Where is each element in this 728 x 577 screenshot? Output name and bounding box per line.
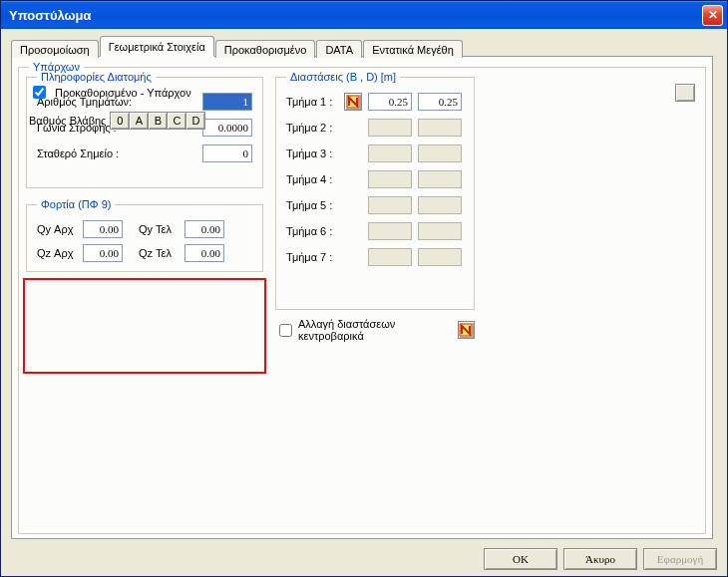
grade-btn-A[interactable]: A bbox=[129, 112, 149, 130]
dim-d-input bbox=[418, 222, 462, 240]
dim-row-label: Τμήμα 1 : bbox=[286, 96, 338, 108]
tab-geometry-body: Πληροφορίες Διατομής Αριθμός Τμημάτων: Γ… bbox=[11, 56, 713, 539]
dim-d-input bbox=[418, 119, 462, 137]
dim-row-label: Τμήμα 6 : bbox=[286, 225, 338, 237]
damage-grade-buttons: 0 A B C D bbox=[110, 112, 205, 130]
dim-b-input bbox=[368, 170, 412, 188]
ok-button[interactable]: OK bbox=[484, 548, 557, 570]
tab-default[interactable]: Προκαθορισμένο bbox=[215, 40, 316, 58]
dim-row-label: Τμήμα 5 : bbox=[286, 199, 338, 211]
n-icon bbox=[459, 323, 473, 337]
dim-b-input bbox=[368, 119, 412, 137]
dim-row-label: Τμήμα 4 : bbox=[286, 173, 338, 185]
dim-b-input[interactable] bbox=[368, 93, 412, 111]
centro-n-button[interactable] bbox=[458, 321, 475, 339]
group-dimensions: Διαστάσεις (B , D) [m] Τμήμα 1 :Τμήμα 2 … bbox=[275, 71, 475, 310]
dimension-rows: Τμήμα 1 :Τμήμα 2 :Τμήμα 3 :Τμήμα 4 :Τμήμ… bbox=[286, 93, 464, 266]
dim-row: Τμήμα 3 : bbox=[286, 144, 464, 162]
dim-b-input bbox=[368, 196, 412, 214]
dim-b-input bbox=[368, 248, 412, 266]
tab-data[interactable]: DATA bbox=[316, 40, 362, 58]
close-icon: ✕ bbox=[708, 8, 718, 22]
dim-row: Τμήμα 6 : bbox=[286, 222, 464, 240]
client-area: Προσομοίωση Γεωμετρικά Στοιχεία Προκαθορ… bbox=[1, 29, 727, 576]
dialog-window: Υποστύλωμα ✕ Προσομοίωση Γεωμετρικά Στοι… bbox=[0, 0, 728, 577]
centro-row: Αλλαγή διαστάσεων κεντροβαρικά bbox=[275, 318, 475, 342]
existing-default-label: Προκαθορισμένο - Υπάρχον bbox=[55, 87, 191, 99]
damage-grade-label: Βαθμός Βλάβης bbox=[29, 115, 106, 127]
dim-d-input bbox=[418, 170, 462, 188]
grade-btn-D[interactable]: D bbox=[185, 112, 205, 130]
group-existing-legend: Υπάρχων bbox=[29, 61, 84, 73]
grade-btn-B[interactable]: B bbox=[148, 112, 168, 130]
dim-row: Τμήμα 5 : bbox=[286, 196, 464, 214]
grade-btn-0[interactable]: 0 bbox=[110, 112, 130, 130]
grade-btn-C[interactable]: C bbox=[167, 112, 186, 130]
dim-d-input bbox=[418, 248, 462, 266]
tabstrip: Προσομοίωση Γεωμετρικά Στοιχεία Προκαθορ… bbox=[11, 37, 713, 57]
dim-d-input bbox=[418, 144, 462, 162]
dialog-button-bar: OK Άκυρο Εφαρμογή bbox=[484, 548, 717, 570]
group-existing-container: Υπάρχων Προκαθορισμένο - Υπάρχον Βαθμός … bbox=[24, 71, 261, 158]
dim-row: Τμήμα 2 : bbox=[286, 119, 464, 137]
dim-d-input[interactable] bbox=[418, 93, 462, 111]
group-dimensions-legend: Διαστάσεις (B , D) [m] bbox=[286, 71, 400, 83]
tab-geometry[interactable]: Γεωμετρικά Στοιχεία bbox=[100, 36, 214, 57]
titlebar: Υποστύλωμα ✕ bbox=[1, 1, 727, 29]
tab-forces[interactable]: Εντατικά Μεγέθη bbox=[363, 40, 463, 58]
dim-row-label: Τμήμα 7 : bbox=[286, 251, 338, 263]
apply-button[interactable]: Εφαρμογή bbox=[643, 548, 717, 570]
close-button[interactable]: ✕ bbox=[702, 5, 723, 26]
dim-b-input bbox=[368, 144, 412, 162]
dim-b-input bbox=[368, 222, 412, 240]
dim-n-button[interactable] bbox=[344, 93, 362, 111]
dim-row-label: Τμήμα 2 : bbox=[286, 122, 338, 134]
centro-checkbox[interactable] bbox=[279, 324, 292, 337]
dim-row: Τμήμα 1 : bbox=[286, 93, 464, 111]
tab-panel: Προσομοίωση Γεωμετρικά Στοιχεία Προκαθορ… bbox=[11, 37, 713, 539]
dim-row: Τμήμα 4 : bbox=[286, 170, 464, 188]
centro-label: Αλλαγή διαστάσεων κεντροβαρικά bbox=[298, 318, 458, 342]
dim-d-input bbox=[418, 196, 462, 214]
dim-row: Τμήμα 7 : bbox=[286, 248, 464, 266]
existing-default-checkbox[interactable] bbox=[33, 86, 46, 99]
dim-row-label: Τμήμα 3 : bbox=[286, 147, 338, 159]
n-icon bbox=[346, 95, 360, 109]
existing-color-button[interactable] bbox=[675, 84, 695, 102]
window-title: Υποστύλωμα bbox=[9, 8, 702, 23]
cancel-button[interactable]: Άκυρο bbox=[563, 548, 637, 570]
tab-simulation[interactable]: Προσομοίωση bbox=[11, 40, 99, 58]
